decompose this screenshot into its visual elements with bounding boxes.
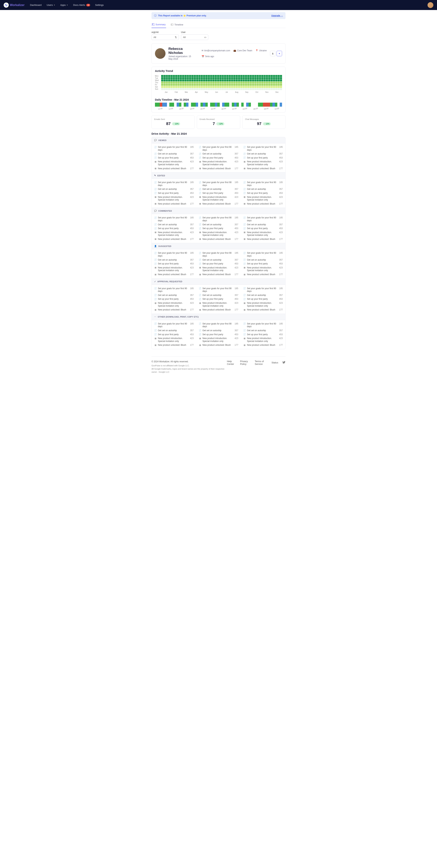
file-row[interactable]: 📄Get set on autoship357 [154, 258, 194, 262]
file-row[interactable]: ▦New product unlocked: Blush177 [154, 237, 194, 241]
file-row[interactable]: ▦New product unlocked: Blush177 [199, 273, 238, 277]
file-row[interactable]: 📄Set your goals for your first 90 days18… [154, 251, 194, 258]
file-row[interactable]: ▦New product unlocked: Blush177 [199, 202, 238, 206]
file-row[interactable]: ▦New product introduction. Special invit… [243, 195, 283, 202]
file-row[interactable]: 📄Set your goals for your first 90 days18… [199, 216, 238, 222]
file-row[interactable]: ▦New product introduction. Special invit… [199, 195, 238, 202]
footer-link[interactable]: Privacy Policy [240, 360, 251, 365]
file-row[interactable]: 📄Set up your first party453 [154, 262, 194, 266]
file-row[interactable]: ▦New product introduction. Special invit… [154, 301, 194, 308]
file-row[interactable]: 📄Get set on autoship357 [243, 223, 283, 227]
file-row[interactable]: 📄Set your goals for your first 90 days18… [199, 251, 238, 258]
nav-settings[interactable]: Settings [95, 4, 104, 6]
file-row[interactable]: 📄Set your goals for your first 90 days18… [199, 181, 238, 187]
file-row[interactable]: 📄Set your goals for your first 90 days18… [154, 181, 194, 187]
file-row[interactable]: 📄Set up your first party453 [154, 333, 194, 337]
file-row[interactable]: ▦New product introduction. Special invit… [243, 230, 283, 237]
file-row[interactable]: ▦New product unlocked: Blush177 [243, 308, 283, 312]
twitter-icon[interactable] [282, 361, 286, 365]
download-button[interactable] [270, 51, 275, 56]
file-row[interactable]: 📄Set up your first party453 [243, 226, 283, 230]
nav-dashboard[interactable]: Dashboard [30, 4, 42, 6]
file-row[interactable]: ▦New product introduction. Special invit… [199, 337, 238, 343]
file-row[interactable]: 📄Set up your first party453 [154, 191, 194, 195]
file-row[interactable]: 📄Set your goals for your first 90 days18… [243, 322, 283, 329]
footer-link[interactable]: Terms of Service [255, 360, 267, 365]
file-row[interactable]: 📄Get set on autoship357 [154, 329, 194, 333]
file-row[interactable]: 📄Get set on autoship357 [199, 152, 238, 156]
file-row[interactable]: 📄Get set on autoship357 [154, 223, 194, 227]
nav-users[interactable]: Users ▼ [47, 4, 55, 6]
user-avatar[interactable] [428, 2, 433, 8]
file-row[interactable]: 📄Get set on autoship357 [154, 152, 194, 156]
logo[interactable]: Workalizer [4, 3, 25, 8]
file-row[interactable]: ▦New product unlocked: Blush177 [199, 167, 238, 171]
file-row[interactable]: ▦New product introduction. Special invit… [199, 301, 238, 308]
file-row[interactable]: 📄Set up your first party453 [154, 156, 194, 160]
file-row[interactable]: 📄Set up your first party453 [199, 297, 238, 301]
file-row[interactable]: 📄Set up your first party453 [199, 333, 238, 337]
file-row[interactable]: 📄Set up your first party453 [199, 226, 238, 230]
file-row[interactable]: 📄Set up your first party453 [243, 297, 283, 301]
upgrade-link[interactable]: Upgrade → [271, 14, 283, 17]
user-select[interactable]: All▭ [181, 34, 208, 40]
nav-apps[interactable]: Apps ▼ [60, 4, 68, 6]
file-row[interactable]: ▦New product unlocked: Blush177 [154, 308, 194, 312]
file-row[interactable]: 📄Set your goals for your first 90 days18… [154, 145, 194, 152]
file-row[interactable]: 📄Get set on autoship357 [199, 187, 238, 191]
activity-heatmap[interactable]: MonTueWedThuFriSatSun [155, 75, 282, 90]
file-row[interactable]: 📄Set your goals for your first 90 days18… [243, 287, 283, 293]
file-row[interactable]: 📄Get set on autoship357 [199, 258, 238, 262]
file-row[interactable]: 📄Get set on autoship357 [243, 152, 283, 156]
sparkle-button[interactable]: ✦ [276, 51, 282, 56]
orgunit-select[interactable]: All⇅ [151, 34, 179, 40]
file-row[interactable]: ▦New product introduction. Special invit… [243, 266, 283, 273]
file-row[interactable]: 📄Set up your first party453 [243, 333, 283, 337]
file-row[interactable]: 📄Set your goals for your first 90 days18… [154, 322, 194, 329]
file-row[interactable]: 📄Set up your first party453 [243, 191, 283, 195]
file-row[interactable]: 📄Set up your first party453 [199, 156, 238, 160]
file-row[interactable]: ▦New product introduction. Special invit… [154, 337, 194, 343]
nav-docs-alerts[interactable]: Docs Alerts4 [73, 4, 90, 6]
file-row[interactable]: ▦New product unlocked: Blush177 [243, 343, 283, 347]
file-row[interactable]: ▦New product unlocked: Blush177 [243, 237, 283, 241]
file-row[interactable]: ▦New product unlocked: Blush177 [199, 308, 238, 312]
file-row[interactable]: 📄Set up your first party453 [243, 262, 283, 266]
file-row[interactable]: ▦New product unlocked: Blush177 [199, 343, 238, 347]
file-row[interactable]: 📄Set your goals for your first 90 days18… [243, 216, 283, 222]
file-row[interactable]: 📄Get set on autoship357 [199, 329, 238, 333]
file-row[interactable]: 📄Set your goals for your first 90 days18… [154, 216, 194, 222]
file-row[interactable]: 📄Set your goals for your first 90 days18… [199, 145, 238, 152]
file-row[interactable]: 📄Get set on autoship357 [154, 293, 194, 297]
file-row[interactable]: 📄Set your goals for your first 90 days18… [243, 181, 283, 187]
file-row[interactable]: ▦New product unlocked: Blush177 [243, 202, 283, 206]
file-row[interactable]: 📄Set your goals for your first 90 days18… [199, 322, 238, 329]
file-row[interactable]: 📄Get set on autoship357 [243, 329, 283, 333]
tab-timeline[interactable]: Timeline [170, 21, 184, 28]
file-row[interactable]: ▦New product introduction. Special invit… [154, 195, 194, 202]
tab-summary[interactable]: Summary [151, 21, 166, 28]
file-row[interactable]: 📄Set up your first party453 [154, 226, 194, 230]
file-row[interactable]: ▦New product introduction. Special invit… [243, 160, 283, 166]
timeline-bar[interactable] [155, 103, 282, 106]
file-row[interactable]: 📄Set your goals for your first 90 days18… [243, 145, 283, 152]
file-row[interactable]: ▦New product unlocked: Blush177 [154, 167, 194, 171]
file-row[interactable]: 📄Get set on autoship357 [154, 187, 194, 191]
file-row[interactable]: ▦New product unlocked: Blush177 [154, 273, 194, 277]
file-row[interactable]: ▦New product unlocked: Blush177 [154, 202, 194, 206]
file-row[interactable]: 📄Get set on autoship357 [243, 258, 283, 262]
file-row[interactable]: ▦New product introduction. Special invit… [154, 230, 194, 237]
footer-link[interactable]: Help Center [227, 360, 236, 365]
file-row[interactable]: ▦New product unlocked: Blush177 [243, 167, 283, 171]
file-row[interactable]: ▦New product unlocked: Blush177 [243, 273, 283, 277]
file-row[interactable]: ▦New product introduction. Special invit… [199, 230, 238, 237]
file-row[interactable]: 📄Get set on autoship357 [243, 293, 283, 297]
file-row[interactable]: ▦New product introduction. Special invit… [199, 160, 238, 166]
file-row[interactable]: 📄Set your goals for your first 90 days18… [243, 251, 283, 258]
file-row[interactable]: ▦New product introduction. Special invit… [154, 160, 194, 166]
file-row[interactable]: ▦New product unlocked: Blush177 [154, 343, 194, 347]
file-row[interactable]: 📄Set up your first party453 [154, 297, 194, 301]
file-row[interactable]: 📄Get set on autoship357 [243, 187, 283, 191]
file-row[interactable]: 📄Get set on autoship357 [199, 293, 238, 297]
file-row[interactable]: ▦New product introduction. Special invit… [243, 337, 283, 343]
